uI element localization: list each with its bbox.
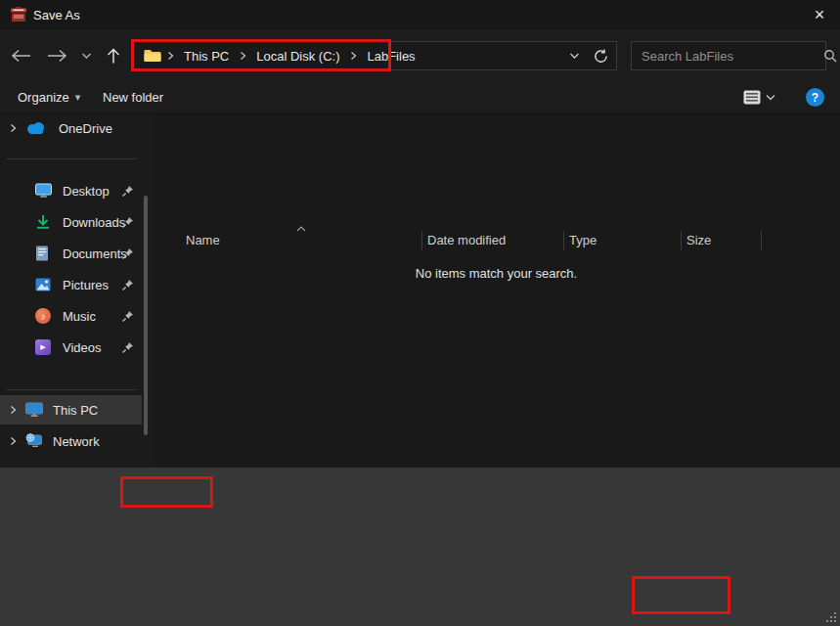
save-as-dialog: Save As × This PC Local Disk (C:) LabFil… (0, 0, 840, 626)
sidebar-item-label: Pictures (63, 278, 109, 292)
sidebar-item-desktop[interactable]: Desktop (0, 176, 142, 205)
sidebar-item-this-pc[interactable]: This PC (0, 395, 142, 425)
certificate-app-icon (10, 6, 27, 23)
folder-icon[interactable] (144, 49, 161, 63)
pin-icon (121, 341, 134, 354)
music-icon: ♪ (35, 308, 57, 324)
sort-ascending-icon (295, 225, 307, 233)
back-button[interactable] (8, 43, 35, 68)
help-button[interactable]: ? (806, 81, 824, 113)
chevron-down-icon (766, 94, 775, 101)
resize-grip[interactable] (825, 611, 837, 623)
pin-icon (121, 310, 134, 323)
search-icon[interactable] (823, 49, 837, 63)
title-bar: Save As × (0, 0, 840, 29)
details-view-icon (743, 90, 761, 105)
up-arrow-icon (106, 47, 121, 65)
forward-button[interactable] (43, 43, 70, 68)
sidebar-item-label: OneDrive (59, 121, 112, 136)
chevron-down-icon: ▾ (75, 91, 81, 104)
new-folder-label: New folder (103, 90, 163, 105)
close-icon: × (815, 6, 825, 23)
organize-label: Organize (18, 90, 69, 105)
up-button[interactable] (102, 43, 125, 68)
breadcrumb-chevron-icon[interactable] (165, 51, 175, 61)
sidebar-scrollbar[interactable] (144, 196, 148, 435)
breadcrumb-this-pc[interactable]: This PC (179, 49, 234, 64)
sidebar-item-label: Desktop (63, 184, 110, 199)
back-arrow-icon (11, 49, 32, 63)
view-options-button[interactable] (743, 81, 775, 113)
pictures-icon (35, 278, 57, 291)
network-icon (25, 433, 47, 449)
column-headers: Name Date modified Type Size (153, 229, 840, 252)
pin-icon (121, 185, 134, 198)
breadcrumb-labfiles[interactable]: LabFiles (362, 49, 420, 64)
column-header-name[interactable]: Name (186, 233, 220, 247)
organize-button[interactable]: Organize ▾ (18, 81, 80, 113)
refresh-icon[interactable] (594, 49, 608, 64)
sidebar-divider (6, 158, 137, 159)
sidebar-item-label: Network (53, 434, 100, 449)
column-header-date-modified[interactable]: Date modified (427, 233, 506, 247)
chevron-right-icon[interactable] (0, 405, 25, 415)
search-input[interactable] (632, 49, 823, 64)
desktop-icon (35, 183, 57, 199)
new-folder-button[interactable]: New folder (103, 81, 163, 113)
sidebar-item-label: Downloads (63, 215, 125, 230)
column-divider[interactable] (681, 231, 682, 250)
close-button[interactable]: × (799, 0, 840, 29)
downloads-icon (35, 214, 57, 230)
command-toolbar: Organize ▾ New folder ? (0, 81, 840, 114)
chevron-right-icon[interactable] (0, 436, 25, 446)
pin-icon (121, 247, 134, 260)
search-box (631, 41, 826, 70)
forward-arrow-icon (46, 49, 67, 63)
help-icon: ? (806, 88, 824, 107)
videos-icon: ▶ (35, 339, 57, 355)
column-divider[interactable] (761, 231, 762, 250)
sidebar-item-videos[interactable]: ▶ Videos (0, 333, 142, 362)
footer-panel: File name: Save as type: Base64 Encoded … (0, 468, 840, 626)
sidebar-item-label: This PC (53, 403, 98, 418)
navigation-bar: This PC Local Disk (C:) LabFiles (0, 29, 840, 81)
sidebar-item-onedrive[interactable]: OneDrive (0, 113, 142, 143)
chevron-down-icon (81, 52, 92, 60)
sidebar-divider (6, 389, 137, 390)
sidebar-item-downloads[interactable]: Downloads (0, 207, 142, 237)
breadcrumb-chevron-icon[interactable] (238, 51, 247, 61)
onedrive-cloud-icon (25, 121, 53, 135)
sidebar-item-label: Documents (63, 246, 127, 261)
column-header-size[interactable]: Size (686, 233, 711, 247)
address-dropdown-icon[interactable] (569, 52, 580, 60)
address-bar[interactable]: This PC Local Disk (C:) LabFiles (133, 41, 617, 70)
breadcrumb-local-disk[interactable]: Local Disk (C:) (251, 49, 344, 64)
window-title: Save As (33, 8, 80, 22)
sidebar-item-network[interactable]: Network (0, 426, 142, 456)
pin-icon (121, 279, 134, 291)
column-divider[interactable] (421, 231, 422, 250)
chevron-right-icon[interactable] (0, 123, 25, 133)
documents-icon (35, 246, 57, 261)
sidebar-item-music[interactable]: ♪ Music (0, 301, 142, 331)
sidebar-item-label: Music (63, 309, 96, 324)
pin-icon (121, 216, 134, 229)
column-header-type[interactable]: Type (569, 233, 597, 247)
recent-locations-button[interactable] (76, 43, 96, 68)
empty-folder-message: No items match your search. (153, 266, 840, 281)
sidebar-item-documents[interactable]: Documents (0, 239, 142, 268)
this-pc-icon (25, 402, 47, 418)
sidebar-item-label: Videos (63, 340, 102, 355)
column-divider[interactable] (563, 231, 564, 250)
breadcrumb-chevron-icon[interactable] (348, 51, 358, 61)
sidebar-item-pictures[interactable]: Pictures (0, 270, 142, 299)
